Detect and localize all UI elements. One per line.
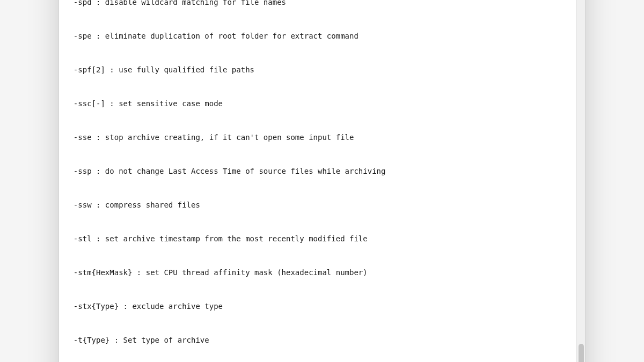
terminal-body[interactable]: -snh : store hard links as links -snl : … (59, 0, 576, 362)
terminal-line: -ssw : compress shared files (64, 200, 571, 211)
terminal-window: marine_redac — -zsh — 99×22 -snh : store… (59, 0, 585, 362)
terminal-line: -sse : stop archive creating, if it can'… (64, 132, 571, 143)
terminal-line: -t{Type} : Set type of archive (64, 335, 571, 346)
terminal-line: -ssc[-] : set sensitive case mode (64, 98, 571, 109)
terminal-line: -stm{HexMask} : set CPU thread affinity … (64, 267, 571, 278)
terminal-line: -spe : eliminate duplication of root fol… (64, 31, 571, 42)
scroll-thumb[interactable] (579, 344, 584, 362)
terminal-line: -ssp : do not change Last Access Time of… (64, 166, 571, 177)
terminal-line: -stx{Type} : exclude archive type (64, 301, 571, 312)
scrollbar[interactable] (576, 0, 585, 362)
terminal-line: -spf[2] : use fully qualified file paths (64, 64, 571, 76)
terminal-line: -spd : disable wildcard matching for fil… (64, 0, 571, 8)
terminal-line: -stl : set archive timestamp from the mo… (64, 233, 571, 245)
body-wrap: -snh : store hard links as links -snl : … (59, 0, 585, 362)
